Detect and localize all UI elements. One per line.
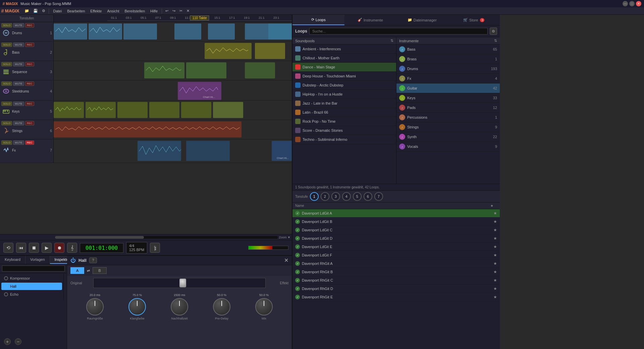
drums-track-content[interactable] <box>54 22 292 41</box>
loops-settings-btn[interactable]: ⚙ <box>490 27 497 35</box>
loop-item[interactable]: ✓ Davenport RhGit C ★ <box>292 276 500 285</box>
toolbar-settings[interactable]: ⚙ <box>40 8 47 14</box>
strings-rec-btn[interactable]: REC <box>25 121 34 125</box>
seq-rec-btn[interactable]: REC <box>25 62 34 66</box>
instrument-item[interactable]: ♪ Drums 193 <box>396 64 500 74</box>
drums-solo-btn[interactable]: SOLO <box>1 23 12 27</box>
keys-mute-btn[interactable]: MUTE <box>13 102 24 106</box>
loop-star-btn[interactable]: ★ <box>493 261 497 266</box>
loop-star-btn[interactable]: ★ <box>493 295 497 299</box>
bass-rec-btn[interactable]: REC <box>25 43 34 47</box>
play-btn[interactable]: ▶ <box>42 243 52 253</box>
soundpool-item[interactable]: HipHop - I'm on a Hustle <box>292 90 396 99</box>
loop-item[interactable]: ✓ Davenport LdGit E ★ <box>292 243 500 251</box>
loops-search-input[interactable] <box>309 28 488 35</box>
loop-item[interactable]: ✓ Davenport LdGit A ★ <box>292 209 500 218</box>
close-button[interactable]: ✕ <box>636 1 641 6</box>
steel-mute-btn[interactable]: MUTE <box>13 81 24 86</box>
soundpool-item[interactable]: Deep House - Touchdown Miami <box>292 72 396 81</box>
effect-kompressor[interactable]: Kompressor <box>1 275 62 282</box>
fx-track-content[interactable]: Chart Hi... <box>54 139 292 163</box>
rewind-btn[interactable]: ⏮ <box>16 243 26 253</box>
instrument-item[interactable]: ♪ Synth 22 <box>396 132 500 142</box>
tonstufe-btn-4[interactable]: 4 <box>342 192 351 201</box>
bass-mute-btn[interactable]: MUTE <box>13 43 24 47</box>
drums-rec-btn[interactable]: REC <box>25 23 34 27</box>
loop-item[interactable]: ✓ Davenport LdGit B ★ <box>292 218 500 226</box>
instrument-item[interactable]: ♪ Bass 65 <box>396 45 500 54</box>
pre-delay-knob[interactable] <box>213 298 230 315</box>
bass-track-content[interactable] <box>54 42 292 61</box>
drums-mute-btn[interactable]: MUTE <box>13 23 24 27</box>
tonstufe-btn-3[interactable]: 3 <box>331 192 340 201</box>
preset-b-btn[interactable]: B <box>93 267 106 274</box>
soundpool-item[interactable]: Techno - Subliminal Inferno <box>292 135 396 144</box>
steel-rec-btn[interactable]: REC <box>25 81 34 86</box>
menu-ansicht[interactable]: Ansicht <box>104 8 122 14</box>
effect-power-toggle[interactable]: ⏻ <box>70 257 76 264</box>
loop-item[interactable]: ✓ Davenport RhGit A ★ <box>292 259 500 268</box>
menu-hilfe[interactable]: Hilfe <box>148 8 160 14</box>
loop-item[interactable]: ✓ Davenport LdGit F ★ <box>292 251 500 259</box>
steeldrums-track-content[interactable]: Chart Hi... <box>54 80 292 100</box>
mix-knob[interactable] <box>255 298 273 315</box>
soundpool-item[interactable]: Score - Dramatic Stories <box>292 126 396 135</box>
metronome-btn[interactable]: 𝄞 <box>67 243 77 253</box>
loop-star-btn[interactable]: ★ <box>493 278 497 283</box>
remove-effect-btn[interactable]: − <box>15 338 21 345</box>
loop-star-btn[interactable]: ★ <box>493 236 497 241</box>
tonstufe-btn-1[interactable]: 1 <box>310 192 319 201</box>
steel-solo-btn[interactable]: SOLO <box>1 81 12 86</box>
instrument-item[interactable]: ♪ Fx 4 <box>396 74 500 83</box>
toolbar-redo[interactable]: ↪ <box>170 8 177 14</box>
tab-keyboard[interactable]: Keyboard <box>0 256 25 264</box>
instruments-sort-btn[interactable]: ⇅ <box>494 39 497 43</box>
instrument-item[interactable]: ♪ Strings 9 <box>396 122 500 132</box>
loop-item[interactable]: ✓ Davenport RhGit B ★ <box>292 268 500 276</box>
fx-solo-btn[interactable]: SOLO <box>1 140 12 145</box>
keys-rec-btn[interactable]: REC <box>25 102 34 106</box>
kompressor-power[interactable] <box>4 276 8 280</box>
soundpool-item[interactable]: Dance - Main Stage <box>292 63 396 72</box>
loop-item[interactable]: ✓ Davenport LdGit C ★ <box>292 226 500 234</box>
fx-mute-btn[interactable]: MUTE <box>13 140 24 145</box>
soundpool-item[interactable]: Rock Pop - No Time <box>292 117 396 126</box>
effect-echo[interactable]: Echo <box>1 291 62 298</box>
tab-loops[interactable]: ⟳ Loops <box>292 15 344 25</box>
sequence-track-content[interactable] <box>54 61 292 80</box>
tab-vorlagen[interactable]: Vorlagen <box>25 256 50 264</box>
menu-effekte[interactable]: Effekte <box>88 8 104 14</box>
soundpool-item[interactable]: Jazz - Late in the Bar <box>292 99 396 108</box>
echo-power[interactable] <box>4 292 8 296</box>
record-btn[interactable]: ⏺ <box>54 243 64 253</box>
seq-mute-btn[interactable]: MUTE <box>13 62 24 66</box>
loop-item[interactable]: ✓ Davenport RhGit E ★ <box>292 293 500 301</box>
add-effect-btn[interactable]: + <box>4 338 11 345</box>
minimize-button[interactable]: — <box>623 1 628 6</box>
menu-bereitstellen[interactable]: Bereitstellen <box>122 8 148 14</box>
loop-star-btn[interactable]: ★ <box>493 219 497 224</box>
tonstufe-btn-6[interactable]: 6 <box>364 192 372 201</box>
pitch-btn[interactable]: 𝄲 <box>150 243 160 253</box>
instrument-item[interactable]: ♪ Guitar 42 <box>396 83 500 93</box>
toolbar-open[interactable]: 📁 <box>22 8 31 14</box>
mix-slider[interactable] <box>93 278 266 288</box>
preset-a-btn[interactable]: A <box>70 267 84 274</box>
klangfarbe-knob[interactable] <box>128 298 146 315</box>
tab-store[interactable]: 🛒 Store 3 <box>448 15 500 25</box>
strings-track-content[interactable] <box>54 120 292 139</box>
menu-bearbeiten[interactable]: Bearbeiten <box>64 8 88 14</box>
seq-solo-btn[interactable]: SOLO <box>1 62 12 66</box>
horizontal-scrollbar[interactable] <box>55 236 278 239</box>
soundpools-sort-btn[interactable]: ⇅ <box>390 39 393 43</box>
raumgrosse-knob[interactable] <box>86 298 104 315</box>
toolbar-save[interactable]: 💾 <box>31 8 40 14</box>
strings-mute-btn[interactable]: MUTE <box>13 121 24 125</box>
mix-slider-thumb[interactable] <box>179 279 186 287</box>
menu-datei[interactable]: Datei <box>50 8 64 14</box>
fx-rec-btn[interactable]: REC <box>25 140 34 145</box>
loop-star-btn[interactable]: ★ <box>493 253 497 257</box>
nachhallzeit-knob[interactable] <box>171 298 188 315</box>
soundpool-item[interactable]: Dubstep - Arctic Dubstep <box>292 81 396 90</box>
instrument-item[interactable]: ♪ Keys 33 <box>396 93 500 103</box>
